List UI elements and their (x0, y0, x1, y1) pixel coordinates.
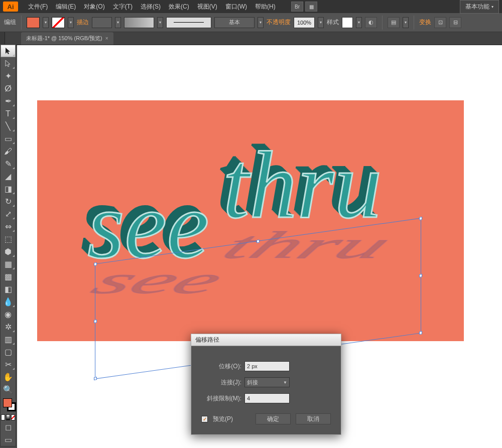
graphic-style-swatch[interactable] (342, 17, 353, 28)
width-tool[interactable]: ⇔ (1, 220, 16, 233)
align-dropdown[interactable]: ▾ (403, 17, 409, 28)
isolate-icon[interactable]: ⊡ (434, 17, 446, 28)
rectangle-tool[interactable]: ▭ (1, 132, 16, 145)
color-mode-row[interactable] (1, 414, 16, 421)
line-tool[interactable]: ╲ (1, 120, 16, 132)
menu-type[interactable]: 文字(T) (109, 1, 137, 13)
artwork-word2-shadow[interactable]: thru (212, 223, 402, 267)
miter-input[interactable]: 4 (244, 393, 290, 403)
dialog-titlebar[interactable]: 偏移路径 (191, 334, 341, 346)
recolor-icon[interactable]: ◐ (365, 17, 377, 28)
artboard-tool[interactable]: ▢ (1, 346, 16, 358)
style-dropdown[interactable]: ▾ (356, 17, 362, 28)
selection-tool[interactable] (1, 45, 16, 57)
eyedropper-tool[interactable]: 💧 (1, 295, 16, 308)
opacity-dropdown[interactable]: ▾ (318, 17, 324, 28)
screen-mode-icon[interactable]: ▭ (1, 433, 16, 446)
brush-definition[interactable] (166, 17, 211, 28)
shape-builder-tool[interactable]: ⬢ (1, 245, 16, 258)
column-graph-tool[interactable]: ▥ (1, 333, 16, 346)
menu-effect[interactable]: 效果(C) (165, 1, 193, 13)
menu-object[interactable]: 对象(O) (80, 1, 108, 13)
preview-checkbox[interactable]: ✓ (201, 416, 208, 422)
draw-normal-icon[interactable]: ◻ (1, 421, 16, 433)
blob-brush-tool[interactable]: ◢ (1, 170, 16, 183)
hand-tool[interactable]: ✋ (1, 371, 16, 383)
selection-mode-label: 编组 (4, 18, 16, 27)
join-label: 连接(J): (201, 378, 241, 387)
menu-edit[interactable]: 编辑(E) (52, 1, 80, 13)
app-logo: Ai (3, 2, 18, 12)
menu-bar: Ai 文件(F) 编辑(E) 对象(O) 文字(T) 选择(S) 效果(C) 视… (0, 0, 502, 13)
zoom-tool[interactable]: 🔍 (1, 383, 16, 396)
stroke-profile-dropdown[interactable]: ▾ (157, 17, 163, 28)
join-select[interactable]: 斜接 ▼ (244, 377, 290, 387)
offset-input[interactable]: 2 px (244, 361, 290, 371)
ok-button[interactable]: 确定 (256, 413, 291, 424)
opacity-label[interactable]: 不透明度 (267, 18, 291, 27)
blend-tool[interactable]: ◉ (1, 308, 16, 321)
free-transform-tool[interactable]: ⬚ (1, 233, 16, 245)
offset-label: 位移(O): (201, 362, 241, 371)
direct-selection-tool[interactable] (1, 57, 16, 70)
menu-view[interactable]: 视图(V) (193, 1, 221, 13)
chevron-down-icon: ▼ (283, 380, 287, 385)
offset-path-dialog: 偏移路径 位移(O): 2 px 连接(J): 斜接 ▼ 斜接限制(M): 4 … (191, 334, 341, 435)
eraser-tool[interactable]: ◨ (1, 183, 16, 195)
document-tab-title: 未标题-1* @ 150% (RGB/预览) (26, 35, 102, 42)
workspace-switcher[interactable]: 基本功能 ▾ (460, 0, 499, 14)
close-tab-icon[interactable]: × (105, 36, 108, 41)
style-label: 样式 (327, 18, 339, 27)
pen-tool[interactable]: ✒ (1, 95, 16, 107)
stroke-weight-dropdown[interactable]: ▾ (115, 17, 121, 28)
opacity-input[interactable]: 100% (294, 17, 315, 28)
gradient-tool[interactable]: ◧ (1, 283, 16, 295)
stroke-profile[interactable] (124, 17, 154, 28)
fill-swatch[interactable] (27, 17, 40, 28)
stroke-label[interactable]: 描边 (77, 18, 89, 27)
document-tabs: 未标题-1* @ 150% (RGB/预览) × (0, 32, 502, 45)
fill-stroke-indicator[interactable] (1, 396, 16, 414)
artboard: see thru see thru (37, 100, 464, 341)
preview-label: 预览(P) (213, 415, 233, 423)
workspace-label: 基本功能 (465, 3, 489, 11)
stroke-dropdown[interactable]: ▾ (68, 17, 74, 28)
fill-dropdown[interactable]: ▾ (43, 17, 49, 28)
pencil-tool[interactable]: ✎ (1, 158, 16, 170)
symbol-sprayer-tool[interactable]: ✲ (1, 321, 16, 333)
transform-label[interactable]: 变换 (419, 18, 431, 27)
stroke-swatch-none[interactable] (52, 17, 65, 28)
rotate-tool[interactable]: ↻ (1, 195, 16, 208)
dialog-title: 偏移路径 (195, 336, 219, 344)
toolbox: ✦ ⵁ ✒ T ╲ ▭ 🖌 ✎ ◢ ◨ ↻ ⤢ ⇔ ⬚ ⬢ ▦ ▩ ◧ 💧 ◉ … (0, 44, 16, 446)
menu-file[interactable]: 文件(F) (24, 1, 52, 13)
edit-contents-icon[interactable]: ⊟ (449, 17, 461, 28)
type-tool[interactable]: T (1, 107, 16, 120)
stroke-weight-input[interactable] (92, 17, 112, 28)
mesh-tool[interactable]: ▩ (1, 270, 16, 283)
menu-help[interactable]: 帮助(H) (251, 1, 280, 13)
align-icon[interactable]: ▤ (388, 17, 400, 28)
slice-tool[interactable]: ✂ (1, 358, 16, 371)
magic-wand-tool[interactable]: ✦ (1, 70, 16, 82)
menu-window[interactable]: 窗口(W) (221, 1, 251, 13)
lasso-tool[interactable]: ⵁ (1, 82, 16, 95)
bridge-icon[interactable]: Br (291, 2, 303, 12)
cancel-button[interactable]: 取消 (296, 413, 331, 424)
arrange-docs-icon[interactable]: ▦ (305, 2, 317, 12)
miter-label: 斜接限制(M): (201, 394, 241, 403)
scale-tool[interactable]: ⤢ (1, 208, 16, 220)
paintbrush-tool[interactable]: 🖌 (1, 145, 16, 158)
document-tab[interactable]: 未标题-1* @ 150% (RGB/预览) × (21, 32, 113, 45)
brush-dropdown[interactable]: ▾ (258, 17, 264, 28)
perspective-tool[interactable]: ▦ (1, 258, 16, 270)
menu-select[interactable]: 选择(S) (137, 1, 165, 13)
control-bar: 编组 ▾ ▾ 描边 ▾ ▾ 基本 ▾ 不透明度 100% ▾ 样式 ▾ ◐ ▤ … (0, 13, 502, 32)
brush-basic[interactable]: 基本 (214, 17, 255, 28)
